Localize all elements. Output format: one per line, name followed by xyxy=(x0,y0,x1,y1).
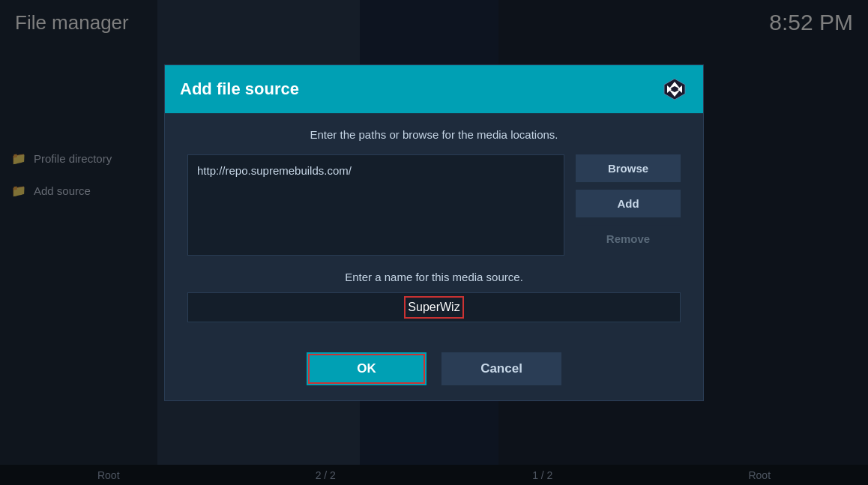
path-list[interactable]: http://repo.supremebuilds.com/ xyxy=(187,154,564,256)
path-buttons: Browse Add Remove xyxy=(576,154,681,256)
name-section: Enter a name for this media source. xyxy=(187,271,681,322)
name-subtitle: Enter a name for this media source. xyxy=(187,271,681,283)
dialog-body: Enter the paths or browse for the media … xyxy=(165,113,703,341)
add-button[interactable]: Add xyxy=(576,190,681,217)
browse-button[interactable]: Browse xyxy=(576,154,681,182)
remove-button[interactable]: Remove xyxy=(576,225,681,253)
name-input-wrapper xyxy=(187,292,681,322)
add-file-source-dialog: Add file source Enter the paths or brows… xyxy=(164,64,704,401)
path-row: http://repo.supremebuilds.com/ Browse Ad… xyxy=(187,154,681,256)
ok-button[interactable]: OK xyxy=(307,352,427,385)
cancel-button[interactable]: Cancel xyxy=(441,352,561,385)
source-name-input[interactable] xyxy=(187,292,681,322)
path-entry: http://repo.supremebuilds.com/ xyxy=(196,161,556,180)
dialog-title: Add file source xyxy=(180,79,299,99)
kodi-logo-icon xyxy=(661,76,688,103)
dialog-paths-subtitle: Enter the paths or browse for the media … xyxy=(187,128,681,141)
dialog-header: Add file source xyxy=(165,65,703,113)
dialog-footer: OK Cancel xyxy=(165,341,703,400)
